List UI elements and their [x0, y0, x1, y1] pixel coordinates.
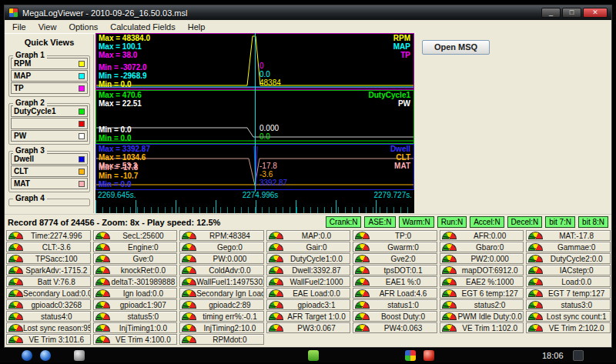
- gauge-dial-icon: [355, 324, 370, 332]
- gauge-cell-batt-v: Batt V:76.8: [6, 276, 91, 287]
- gauge-dial-icon: [182, 312, 196, 320]
- gauge-dial-icon: [95, 255, 110, 262]
- gauge-readout: AFR Load:4.6: [370, 289, 437, 298]
- gauge-readout: IACstep:0: [543, 266, 610, 275]
- menu-item-options[interactable]: Options: [62, 21, 104, 33]
- channel-item-map[interactable]: MAP: [11, 70, 88, 82]
- gauge-readout: EAE2 %:1000: [457, 278, 524, 286]
- gauge-cell-afr: AFR:0.00: [440, 230, 524, 241]
- status-bar: Record 8774 of 24456 - Zoom: 8x - Play s…: [5, 214, 611, 229]
- record-status-text: Record 8774 of 24456 - Zoom: 8x - Play s…: [5, 218, 220, 227]
- badge-decel-n: Decel:N: [507, 216, 543, 228]
- graph2-legend-pw: PW: [369, 99, 410, 108]
- gauge-readout: Gbaro:0: [457, 243, 524, 252]
- channel-color-swatch: [79, 133, 85, 139]
- gauge-cell-ve-trim-2: VE Trim 2:102.0: [526, 322, 611, 333]
- gauge-dial-icon: [8, 289, 23, 297]
- channel-color-swatch: [79, 156, 85, 162]
- menu-item-file[interactable]: File: [6, 21, 32, 33]
- channel-color-swatch: [79, 169, 85, 175]
- gauge-cell-ve-trim-1: VE Trim 1:102.0: [440, 322, 524, 333]
- gauge-dial-icon: [528, 278, 543, 286]
- app-icon: [8, 8, 18, 18]
- tray-icon[interactable]: [405, 350, 416, 361]
- gauge-cell-gpioadc2: gpioadc2:89: [179, 299, 264, 310]
- gauge-cell-gair: Gair:0: [266, 242, 351, 252]
- graph3-cursor-readout: -17.8-3.63392.87: [259, 162, 287, 187]
- gauge-readout: timing err%:-0.1: [196, 312, 263, 321]
- tray-icon[interactable]: [424, 350, 434, 361]
- taskbar-app-icon[interactable]: [40, 350, 51, 361]
- gauge-cell-coldadv: ColdAdv:0.0: [179, 265, 264, 276]
- gauge-dial-icon: [182, 278, 196, 286]
- gauge-dial-icon: [95, 312, 110, 320]
- start-orb-icon[interactable]: [22, 350, 32, 361]
- graph2-cursor-value: 0.000: [259, 124, 279, 132]
- gauge-readout: Time:2274.996: [23, 232, 90, 240]
- gauge-cell-engine: Engine:0: [93, 242, 178, 252]
- gauge-cell-iacstep: IACstep:0: [526, 265, 611, 276]
- group-graph-3: Graph 3DwellCLTMAT: [8, 151, 90, 192]
- gauge-cell-status3: status3:0: [526, 299, 611, 310]
- channel-item-empty[interactable]: [11, 118, 88, 129]
- gauge-readout: PW:0.000: [196, 255, 263, 263]
- gauge-readout: TP:0: [370, 232, 437, 240]
- graph-area[interactable]: Max = 48384.0Max = 100.1Max = 38.0Min = …: [95, 33, 414, 213]
- time-cursor: 2274.996s: [243, 191, 279, 199]
- channel-label: CLT: [14, 167, 28, 175]
- channel-item-pw[interactable]: PW: [11, 130, 88, 142]
- graph2-max-values: Max = 470.6Max = 22.51: [99, 91, 142, 108]
- timeline-scrubber[interactable]: [95, 200, 414, 213]
- maximize-button[interactable]: □: [562, 8, 581, 18]
- graph2-cursor-value: 0.0: [259, 132, 279, 141]
- menu-item-view[interactable]: View: [32, 21, 63, 33]
- gauge-dial-icon: [528, 266, 543, 274]
- gauge-readout: Gve2:0: [370, 255, 437, 263]
- gauge-cell-rpm: RPM:48384: [179, 230, 264, 241]
- gauge-dial-icon: [95, 324, 110, 332]
- gauge-readout: PW2:0.000: [457, 255, 524, 263]
- graph1-min-line: Min = 0.0: [99, 80, 147, 88]
- gauge-dial-icon: [442, 243, 457, 251]
- channel-item-clt[interactable]: CLT: [11, 165, 88, 177]
- channel-item-dwell[interactable]: Dwell: [11, 153, 88, 165]
- gauge-readout: SparkAdv:-1715.2: [23, 266, 90, 275]
- open-msq-button[interactable]: Open MSQ: [422, 40, 490, 55]
- gauge-readout: WallFuel1:149753028: [196, 278, 264, 286]
- gauge-dial-icon: [528, 232, 543, 239]
- gauge-cell-afr-load: AFR Load:4.6: [353, 288, 437, 299]
- menu-item-help[interactable]: Help: [182, 21, 212, 33]
- gauge-cell-rpmdot: RPMdot:0: [179, 334, 264, 345]
- taskbar-app-icon[interactable]: [308, 350, 319, 361]
- group-graph-2: Graph 2DutyCycle1PW: [8, 103, 90, 145]
- playback-cursor[interactable]: [255, 33, 256, 192]
- channel-item-rpm[interactable]: RPM: [11, 58, 88, 69]
- gauge-readout: PW4:0.063: [370, 324, 437, 332]
- gauge-readout: Gego:0: [196, 243, 263, 252]
- gauge-dial-icon: [528, 312, 543, 320]
- graph3-min-line: Min = 0.0: [99, 180, 138, 189]
- channel-color-swatch: [79, 85, 85, 92]
- gauge-dial-icon: [8, 312, 23, 320]
- gauge-readout: CLT:-3.6: [23, 243, 90, 252]
- gauge-dial-icon: [182, 289, 196, 297]
- gauge-cell-gpioadc1: gpioadc1:907: [93, 299, 178, 310]
- channel-item-tp[interactable]: TP: [11, 82, 88, 94]
- graph3-min-line: Min = -10.7: [99, 172, 138, 180]
- close-button[interactable]: ✕: [583, 8, 608, 18]
- gauge-readout: Ign load:0.0: [110, 289, 177, 298]
- graph3-cursor-value: -17.8: [259, 162, 287, 170]
- gauge-cell-secondary-ign-load: Secondary Ign Load:25: [179, 288, 264, 299]
- gauge-dial-icon: [442, 324, 457, 332]
- channel-item-dutycycle1[interactable]: DutyCycle1: [11, 105, 88, 117]
- gauge-dial-icon: [95, 289, 110, 297]
- gauge-cell-mapdot: mapDOT:6912.0: [440, 265, 524, 276]
- channel-item-mat[interactable]: MAT: [11, 178, 88, 189]
- menu-item-calculated-fields[interactable]: Calculated Fields: [104, 21, 181, 33]
- graph2-min-line: Min = 0.0: [99, 125, 132, 134]
- show-desktop-button[interactable]: [573, 350, 584, 361]
- taskbar-app-icon[interactable]: [74, 350, 85, 361]
- channel-color-swatch: [79, 109, 85, 115]
- gauge-dial-icon: [355, 289, 370, 297]
- minimize-button[interactable]: _: [541, 8, 561, 18]
